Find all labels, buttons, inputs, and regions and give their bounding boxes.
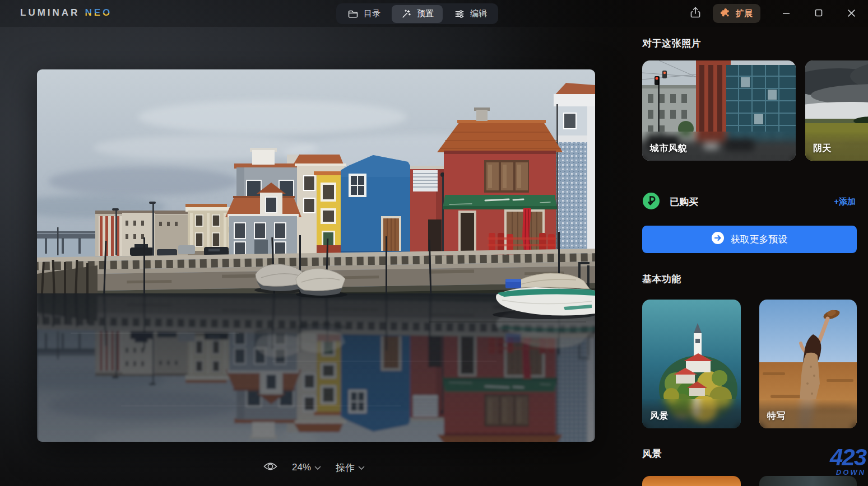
tab-presets-label: 预置 [417,8,434,19]
purchased-row: 已购买 +添加 [642,192,857,211]
watermark-number: 423 [807,448,866,467]
wand-icon [401,8,412,20]
preset-card-closeup[interactable]: 特写 [759,300,857,428]
purchased-label: 已购买 [670,195,698,208]
preset-card-label: 风景 [650,410,669,422]
tab-edit[interactable]: 编辑 [445,5,496,23]
presets-sidebar: 对于这张照片 [614,0,868,486]
minimize-icon [782,9,790,19]
tab-edit-label: 编辑 [470,8,487,19]
preset-card-label: 阴天 [813,143,832,155]
chevron-down-icon [358,462,365,473]
titlebar: LUMINAR NEO 目录 预置 [0,0,868,27]
get-more-presets-label: 获取更多预设 [731,233,788,246]
share-button[interactable] [688,6,703,21]
close-button[interactable] [844,7,858,21]
mode-tab-group: 目录 预置 编辑 [336,3,498,24]
for-this-photo-heading: 对于这张照片 [642,37,701,50]
arrow-right-circle-icon [712,232,724,247]
photo-canal-houses [37,69,595,442]
photo-canvas[interactable] [37,69,595,442]
zoom-level-dropdown[interactable]: 24% [292,462,321,473]
extensions-label: 扩展 [736,8,753,19]
preset-card-partial-dark[interactable] [759,476,857,486]
landscape-section-heading: 风景 [642,447,662,460]
basics-heading: 基本功能 [642,273,681,286]
tab-catalog-label: 目录 [364,8,380,19]
logo-neo: NEO [85,7,112,18]
tab-presets[interactable]: 预置 [392,5,443,23]
close-icon [847,9,856,20]
maximize-icon [815,9,823,19]
preset-card-cloudy[interactable]: 阴天 [805,60,868,161]
share-icon [689,6,702,21]
maximize-button[interactable] [811,7,826,21]
puzzle-icon [721,7,731,20]
add-preset-link[interactable]: +添加 [834,197,856,207]
preset-card-city[interactable]: 城市风貌 [642,60,796,161]
chevron-down-icon [314,462,321,473]
get-more-presets-button[interactable]: 获取更多预设 [642,226,857,253]
logo-luminar: LUMINAR [20,7,80,18]
preview-toggle[interactable] [263,461,277,475]
preset-card-label: 城市风貌 [650,143,687,155]
actions-label: 操作 [336,461,355,474]
folder-icon [347,8,359,20]
sliders-icon [454,8,465,20]
eye-icon [263,461,277,475]
viewer-toolbar: 24% 操作 [263,459,365,476]
extensions-button[interactable]: 扩展 [713,4,760,23]
actions-dropdown[interactable]: 操作 [336,461,365,474]
preset-card-label: 特写 [767,410,786,422]
minimize-button[interactable] [779,7,793,21]
purchased-badge-icon [642,192,660,212]
watermark-word: DOWN [807,468,866,476]
zoom-level-value: 24% [292,462,311,473]
preset-card-partial-sunset[interactable] [642,476,741,486]
preset-card-landscape[interactable]: 风景 [642,300,741,428]
tab-catalog[interactable]: 目录 [338,5,389,23]
watermark-423down: 423 DOWN [807,448,866,476]
app-logo: LUMINAR NEO [20,7,112,18]
